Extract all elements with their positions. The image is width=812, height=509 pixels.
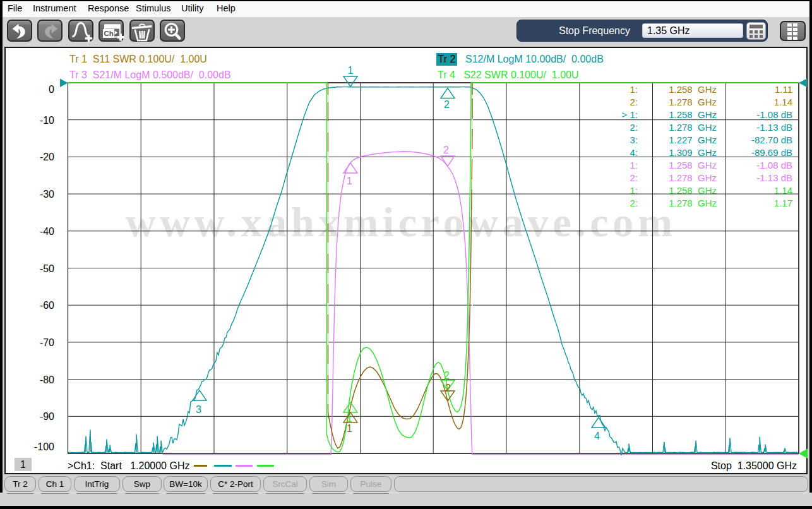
svg-text:1: 1 (347, 176, 352, 186)
svg-text:2: 2 (445, 383, 451, 393)
svg-text:2: 2 (444, 370, 450, 381)
svg-text:4: 4 (594, 431, 600, 441)
svg-text:3: 3 (196, 404, 201, 415)
svg-text:2: 2 (444, 99, 450, 110)
svg-text:2: 2 (443, 145, 449, 155)
svg-text:1: 1 (348, 65, 354, 76)
svg-text:1: 1 (347, 423, 352, 434)
